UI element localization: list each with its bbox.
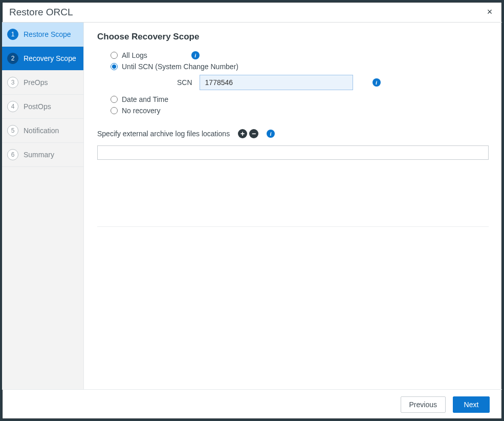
step-label: PreOps [24,78,48,87]
option-label: All Logs [122,51,147,59]
option-no-recovery[interactable]: No recovery [111,107,489,115]
step-number: 6 [7,149,18,160]
step-number: 2 [7,53,18,64]
scn-row: SCN i [177,75,489,90]
archive-buttons: + − [238,129,258,138]
close-icon[interactable]: × [485,7,495,17]
archive-locations-section: Specify external archive log files locat… [97,129,489,138]
archive-locations-input[interactable] [97,145,489,160]
option-label: No recovery [122,107,160,115]
dialog-title: Restore ORCL [9,7,73,18]
step-label: Recovery Scope [24,54,76,62]
sidebar-item-postops[interactable]: 4 PostOps [2,95,83,119]
step-label: PostOps [24,102,51,111]
option-until-scn[interactable]: Until SCN (System Change Number) [111,62,489,71]
step-label: Summary [24,151,54,159]
info-icon[interactable]: i [267,130,275,138]
step-number: 4 [7,101,18,112]
restore-dialog: Restore ORCL × 1 Restore Scope 2 Recover… [2,2,502,419]
scn-input[interactable] [200,75,353,90]
radio-all-logs[interactable] [111,52,118,59]
section-divider [97,226,489,227]
dialog-body: 1 Restore Scope 2 Recovery Scope 3 PreOp… [2,23,502,389]
step-number: 5 [7,125,18,136]
sidebar-item-preops[interactable]: 3 PreOps [2,71,83,95]
option-label: Date and Time [122,95,168,103]
step-number: 3 [7,77,18,88]
option-label: Until SCN (System Change Number) [122,62,238,71]
radio-no-recovery[interactable] [111,107,118,114]
minus-icon[interactable]: − [249,129,258,138]
info-icon[interactable]: i [372,78,381,87]
sidebar-item-recovery-scope[interactable]: 2 Recovery Scope [2,47,83,71]
recovery-scope-options: All Logs i Until SCN (System Change Numb… [111,51,489,115]
option-all-logs[interactable]: All Logs i [111,51,489,59]
sidebar-item-restore-scope[interactable]: 1 Restore Scope [2,23,83,47]
sidebar-item-summary[interactable]: 6 Summary [2,143,83,167]
step-label: Restore Scope [24,30,71,38]
dialog-footer: Previous Next [2,389,502,419]
main-panel: Choose Recovery Scope All Logs i Until S… [84,23,502,389]
option-date-time[interactable]: Date and Time [111,95,489,103]
info-icon[interactable]: i [191,51,200,59]
previous-button[interactable]: Previous [401,396,446,413]
radio-until-scn[interactable] [111,63,118,70]
titlebar: Restore ORCL × [2,2,502,23]
step-number: 1 [7,29,18,40]
archive-locations-label: Specify external archive log files locat… [97,130,230,138]
next-button[interactable]: Next [453,396,490,413]
sidebar-item-notification[interactable]: 5 Notification [2,119,83,143]
wizard-sidebar: 1 Restore Scope 2 Recovery Scope 3 PreOp… [2,23,84,389]
page-heading: Choose Recovery Scope [97,32,489,42]
scn-label: SCN [177,78,192,87]
step-label: Notification [24,127,59,135]
plus-icon[interactable]: + [238,129,247,138]
radio-date-time[interactable] [111,96,118,103]
